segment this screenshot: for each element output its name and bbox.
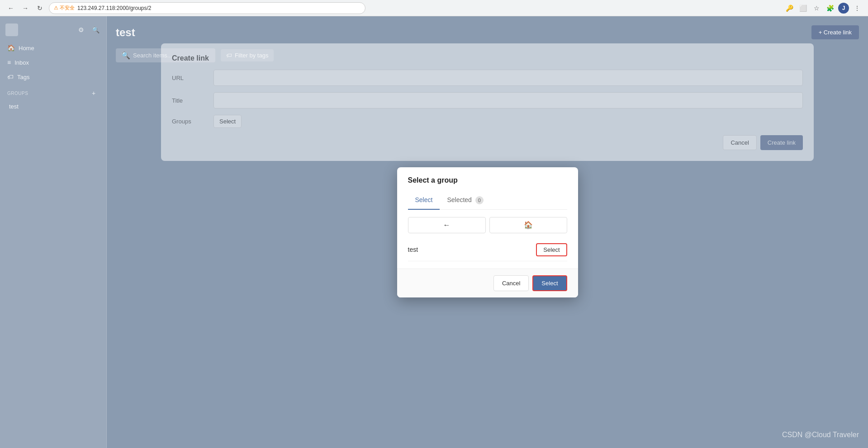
bookmark-button[interactable]: ☆ (811, 3, 822, 14)
extensions-button[interactable]: 🔑 (784, 3, 795, 14)
modal-backdrop: Select a group Select Selected 0 (107, 16, 868, 448)
table-row: test Select (408, 239, 567, 261)
security-warning: ⚠ 不安全 (54, 5, 75, 11)
group-name: test (408, 246, 418, 253)
add-group-button[interactable]: + (88, 88, 99, 99)
settings-icon[interactable]: ⚙ (76, 24, 86, 35)
nav-buttons: ← 🏠 (408, 217, 567, 233)
main-content: test + Create link 🔍 Search items... 🏷 F… (107, 16, 868, 448)
modal-tabs: Select Selected 0 (408, 192, 567, 210)
inbox-icon: ≡ (7, 59, 11, 66)
tab-select-label: Select (415, 196, 433, 203)
sidebar: ⚙ 🔍 🏠 Home ≡ Inbox 🏷 Tags GROUPS + test (0, 16, 107, 448)
sidebar-item-test[interactable]: test (0, 100, 106, 113)
back-button[interactable]: ← (5, 3, 16, 14)
address-bar: ⚠ 不安全 123.249.27.118:2000/groups/2 (49, 2, 365, 14)
sidebar-item-label-tags: Tags (17, 74, 29, 80)
sidebar-icon-group: ⚙ 🔍 (76, 24, 101, 35)
row-select-button[interactable]: Select (536, 243, 567, 256)
sidebar-section-groups: GROUPS + (0, 84, 106, 100)
search-icon[interactable]: 🔍 (90, 24, 101, 35)
sidebar-logo (5, 24, 18, 36)
modal-body: ← 🏠 test Select (397, 210, 578, 269)
tab-selected-label: Selected (447, 196, 471, 203)
translate-button[interactable]: ⬜ (797, 3, 808, 14)
back-nav-button[interactable]: ← (408, 217, 486, 233)
sidebar-item-inbox[interactable]: ≡ Inbox (0, 55, 106, 70)
home-nav-icon: 🏠 (524, 221, 533, 229)
sidebar-item-tags[interactable]: 🏷 Tags (0, 70, 106, 84)
tab-select[interactable]: Select (408, 192, 440, 210)
modal-title: Select a group (408, 176, 458, 184)
select-group-modal: Select a group Select Selected 0 (397, 167, 578, 297)
sidebar-item-home[interactable]: 🏠 Home (0, 41, 106, 55)
tag-icon: 🏷 (7, 73, 14, 80)
extensions-mgr-button[interactable]: 🧩 (825, 3, 835, 14)
sidebar-item-label-home: Home (19, 45, 34, 52)
sidebar-top: ⚙ 🔍 (0, 21, 106, 39)
tab-selected[interactable]: Selected 0 (440, 192, 490, 210)
modal-select-button[interactable]: Select (532, 275, 567, 291)
browser-chrome: ← → ↻ ⚠ 不安全 123.249.27.118:2000/groups/2… (0, 0, 868, 16)
group-list: test Select (408, 239, 567, 261)
reload-button[interactable]: ↻ (34, 3, 45, 14)
selected-count-badge: 0 (475, 196, 484, 204)
back-icon: ← (443, 221, 451, 229)
menu-button[interactable]: ⋮ (852, 3, 863, 14)
home-nav-button[interactable]: 🏠 (489, 217, 567, 233)
modal-header: Select a group (397, 167, 578, 184)
group-label-test: test (9, 103, 19, 110)
address-text: 123.249.27.118:2000/groups/2 (77, 5, 151, 11)
groups-section-label: GROUPS (7, 91, 28, 96)
forward-button[interactable]: → (20, 3, 31, 14)
modal-cancel-button[interactable]: Cancel (493, 275, 529, 291)
app-container: ⚙ 🔍 🏠 Home ≡ Inbox 🏷 Tags GROUPS + test … (0, 16, 868, 448)
sidebar-item-label-inbox: Inbox (14, 59, 29, 66)
modal-footer: Cancel Select (397, 269, 578, 297)
home-icon: 🏠 (7, 44, 15, 52)
browser-actions: 🔑 ⬜ ☆ 🧩 J ⋮ (784, 3, 863, 14)
profile-avatar[interactable]: J (838, 3, 849, 14)
